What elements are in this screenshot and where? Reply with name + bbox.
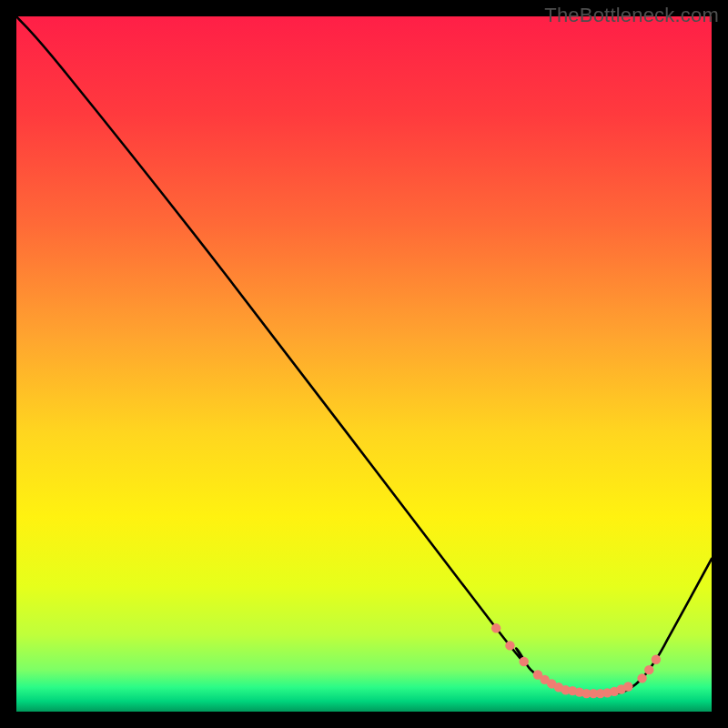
- marker-dot: [644, 665, 653, 674]
- marker-dot: [652, 655, 661, 664]
- chart-background: [16, 16, 712, 712]
- marker-dot: [520, 657, 529, 666]
- marker-dot: [505, 641, 514, 650]
- marker-dot: [637, 673, 646, 682]
- watermark-text: TheBottleneck.com: [544, 4, 719, 27]
- plot-area: [16, 16, 712, 712]
- marker-dot: [491, 623, 500, 632]
- chart-stage: TheBottleneck.com: [0, 0, 728, 728]
- marker-dot: [623, 682, 632, 691]
- chart-svg: [16, 16, 712, 712]
